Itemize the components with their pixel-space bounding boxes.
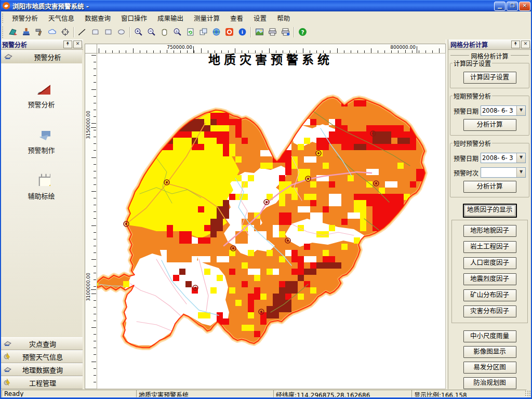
rectangle-tool-icon[interactable]	[102, 25, 115, 38]
factor-button-3[interactable]: 地震烈度因子	[463, 273, 516, 285]
short-time-analyze-button[interactable]: 分析计算	[463, 181, 516, 193]
layer-button-3[interactable]: 防治规划图	[463, 377, 516, 389]
hammer-tool-icon[interactable]	[33, 25, 46, 38]
ellipse-tool-icon[interactable]	[115, 25, 128, 38]
zoom-extent-icon[interactable]: ±	[171, 25, 184, 38]
short-term-analyze-button[interactable]: 分析计算	[463, 119, 516, 131]
ruler-tick	[235, 48, 235, 53]
menu-item-8[interactable]: 帮助	[272, 11, 295, 24]
help-icon[interactable]: ?	[296, 25, 309, 38]
short-time-group: 短时预警分析 预警日期 2008- 6- 3 ▼ 预警时次 ▼ 分析计算	[450, 139, 529, 197]
refresh-view-icon[interactable]	[184, 25, 197, 38]
menu-item-1[interactable]: 天气信息	[43, 11, 79, 24]
short-time-times-label: 预警时次	[454, 168, 478, 177]
maximize-button[interactable]: ❐	[507, 2, 518, 11]
svg-text:±: ±	[175, 29, 178, 34]
left-panel-header: 预警分析 🖈 ✕	[0, 39, 83, 50]
menu-item-2[interactable]: 数据查询	[79, 11, 116, 24]
globe-icon[interactable]	[210, 25, 223, 38]
sidebar-item-0[interactable]: 预警分析	[1, 77, 82, 109]
menu-item-4[interactable]: 成果输出	[152, 11, 189, 24]
layer-button-2[interactable]: 易发分区图	[463, 362, 516, 374]
chevron-down-icon[interactable]: ▼	[516, 168, 525, 177]
pin-icon[interactable]: 🖈	[511, 41, 520, 48]
close-icon[interactable]: ✕	[521, 41, 530, 48]
section-title: 预警分析	[13, 52, 82, 62]
menu-item-0[interactable]: 预警分析	[7, 11, 43, 24]
group-title: 网格分析计算	[469, 51, 510, 60]
zoom-out-icon[interactable]	[145, 25, 158, 38]
map-viewport[interactable]: 地质灾害预警系统	[97, 53, 446, 389]
query-icon	[3, 339, 12, 349]
menu-item-5[interactable]: 测量计算	[189, 11, 225, 24]
cloud-tool-icon[interactable]	[46, 25, 59, 38]
toolbar: ±i?	[0, 24, 532, 40]
print-setup-icon[interactable]	[279, 25, 292, 38]
bottom-bar-2[interactable]: 地理数据查询	[0, 363, 83, 376]
ruler-tick	[94, 205, 96, 205]
menu-item-6[interactable]: 查看	[225, 11, 248, 24]
chevron-down-icon[interactable]: ▼	[516, 106, 525, 115]
menu-item-3[interactable]: 窗口操作	[116, 11, 152, 24]
pin-icon[interactable]: 🖈	[63, 41, 72, 48]
minimize-button[interactable]: ▁	[494, 2, 506, 11]
map-export-icon[interactable]	[7, 25, 20, 38]
short-term-date-combobox[interactable]: 2008- 6- 3 ▼	[481, 105, 526, 116]
factor-button-2[interactable]: 人口密度因子	[463, 257, 516, 269]
factor-button-4[interactable]: 矿山分布因子	[463, 289, 516, 301]
polygon-tool-icon[interactable]	[89, 25, 102, 38]
copy-layers-icon[interactable]	[197, 25, 210, 38]
factor-button-1[interactable]: 岩土工程因子	[463, 241, 516, 253]
short-term-legend: 短期预警分析	[453, 91, 492, 100]
ruler-tick	[94, 232, 96, 233]
bottom-bar-1[interactable]: 预警天气信息	[0, 350, 83, 363]
bottom-bar-label: 工程管理	[15, 378, 70, 388]
short-time-date-label: 预警日期	[454, 154, 478, 163]
short-time-date-combobox[interactable]: 2008- 6- 3 ▼	[481, 153, 526, 163]
factor-button-0[interactable]: 地形地貌因子	[463, 225, 516, 237]
sidebar-item-1[interactable]: 预警制作	[1, 123, 82, 155]
ruler-tick	[94, 198, 96, 198]
ruler-tick	[94, 266, 96, 267]
close-button[interactable]: ✕	[519, 2, 530, 11]
ruler-tick	[94, 69, 96, 69]
close-icon[interactable]: ✕	[73, 41, 82, 48]
sidebar-item-2[interactable]: 辅助标绘	[1, 168, 82, 201]
toolbar-separator	[250, 27, 251, 37]
factor-button-5[interactable]: 灾害分布因子	[463, 305, 516, 317]
ruler-tick	[201, 48, 202, 53]
paint-stamp-icon[interactable]	[20, 25, 33, 38]
menu-item-7[interactable]: 设置	[248, 11, 272, 24]
chevron-down-icon[interactable]: ▼	[516, 153, 525, 163]
bottom-bar-label: 地理数据查询	[15, 365, 70, 375]
short-time-times-combobox[interactable]: ▼	[481, 167, 526, 178]
zoom-in-icon[interactable]	[132, 25, 145, 38]
pan-hand-icon[interactable]	[158, 25, 171, 38]
status-section-2: 经纬度:114.296875,28.162686	[273, 390, 416, 397]
left-panel-bars: 灾点查询 预警天气信息 地理数据查询 工程管理	[0, 337, 83, 389]
left-panel-section-header[interactable]: 预警分析	[1, 50, 82, 64]
calc-factor-settings-button[interactable]: 计算因子设置	[463, 72, 516, 84]
grid-analysis-panel: 网格分析计算 🖈 ✕ 网格分析计算 计算因子设置 计算因子设置 短期预警分析 预…	[448, 39, 531, 389]
ruler-tick	[94, 143, 96, 144]
layer-button-0[interactable]: 中小尺度雨量	[463, 330, 516, 342]
menu-bar: 预警分析天气信息数据查询窗口操作成果输出测量计算查看设置帮助	[0, 11, 532, 25]
stop-record-icon[interactable]	[223, 25, 236, 38]
line-tool-icon[interactable]	[76, 25, 89, 38]
map-image-icon[interactable]	[253, 25, 266, 38]
center-target-icon[interactable]	[59, 25, 72, 38]
bottom-bar-3[interactable]: 工程管理	[0, 376, 83, 389]
layer-button-1[interactable]: 影像图显示	[463, 346, 516, 358]
bottom-bar-0[interactable]: 灾点查询	[0, 337, 83, 350]
ruler-tick	[371, 48, 371, 53]
ruler-tick	[94, 62, 96, 62]
info-icon[interactable]: i	[236, 25, 249, 38]
ruler-tick	[94, 218, 96, 219]
print-icon[interactable]	[266, 25, 279, 38]
ruler-tick	[337, 48, 338, 53]
map-svg[interactable]: 地质灾害预警系统	[97, 54, 445, 389]
ruler-tick	[94, 150, 96, 151]
ruler-tick	[94, 354, 96, 355]
geo-factor-display-button[interactable]: 地质因子的显示	[463, 204, 517, 218]
menubar-grip	[2, 13, 4, 23]
